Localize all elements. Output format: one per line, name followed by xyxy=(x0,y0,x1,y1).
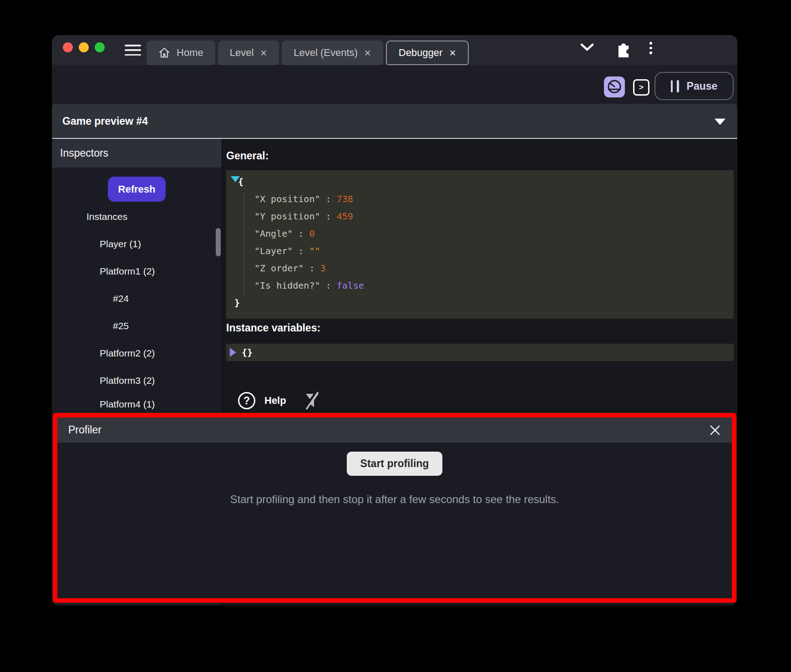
console-button[interactable]: > xyxy=(633,79,649,96)
instance-variables-viewer: {} xyxy=(226,344,734,361)
pause-button[interactable]: Pause xyxy=(654,72,734,100)
extensions-puzzle-icon[interactable] xyxy=(615,40,632,58)
profiler-header: Profiler xyxy=(57,417,732,443)
console-icon: > xyxy=(639,83,644,92)
tab-label: Home xyxy=(177,47,203,59)
tree-item-platform4[interactable]: Platform4 (1) xyxy=(100,399,155,410)
tree-item-platform2[interactable]: Platform2 (2) xyxy=(100,348,155,359)
tree-item-platform1[interactable]: Platform1 (2) xyxy=(100,266,155,277)
sidebar-scrollbar-thumb[interactable] xyxy=(216,228,221,256)
tab-label: Level (Events) xyxy=(294,47,358,59)
help-button-label[interactable]: Help xyxy=(264,395,286,407)
profiler-body: Start profiling Start profiling and then… xyxy=(57,443,732,506)
game-preview-dropdown[interactable]: Game preview #4 xyxy=(52,104,737,138)
tree-guide-line xyxy=(244,193,244,294)
kebab-menu-icon[interactable] xyxy=(649,42,652,54)
tab-label: Level xyxy=(230,47,254,59)
profiler-description: Start profiling and then stop it after a… xyxy=(57,493,732,506)
json-line-z-order: "Z order" : 3 xyxy=(230,260,734,277)
profiler-title: Profiler xyxy=(68,424,709,436)
general-heading: General: xyxy=(226,150,269,162)
json-line-y-position: "Y position" : 459 xyxy=(230,208,734,225)
close-tab-icon[interactable]: ✕ xyxy=(260,49,267,57)
json-line-angle: "Angle" : 0 xyxy=(230,225,734,242)
refresh-button[interactable]: Refresh xyxy=(108,177,166,202)
pause-button-label: Pause xyxy=(687,80,718,92)
maximize-window-button[interactable] xyxy=(95,42,105,52)
pause-icon xyxy=(671,80,679,92)
screen: Home Level ✕ Level (Events) ✕ Debugger ✕ xyxy=(0,0,791,672)
inspectors-header: Inspectors xyxy=(52,139,222,168)
json-line-layer: "Layer" : "" xyxy=(230,242,734,260)
tree-item-platform3[interactable]: Platform3 (2) xyxy=(100,375,155,386)
dropdown-caret-icon xyxy=(715,118,725,125)
filter-off-icon[interactable] xyxy=(303,391,321,411)
expand-arrow-icon[interactable] xyxy=(231,176,240,182)
app-window: Home Level ✕ Level (Events) ✕ Debugger ✕ xyxy=(52,35,737,606)
help-row: ? Help xyxy=(238,391,321,411)
help-icon[interactable]: ? xyxy=(238,392,255,409)
tree-item-instances[interactable]: Instances xyxy=(86,211,127,222)
json-line-x-position: "X position" : 738 xyxy=(230,190,734,208)
tab-debugger[interactable]: Debugger ✕ xyxy=(386,41,469,65)
profiler-panel: Profiler Start profiling Start profiling… xyxy=(53,413,736,603)
tab-bar: Home Level ✕ Level (Events) ✕ Debugger ✕ xyxy=(147,41,469,65)
close-tab-icon[interactable]: ✕ xyxy=(364,49,371,57)
game-preview-title: Game preview #4 xyxy=(62,115,148,127)
close-brace: } xyxy=(234,297,240,308)
tree-item-player[interactable]: Player (1) xyxy=(100,239,141,249)
general-json-viewer: { "X position" : 738 "Y position" : 459 … xyxy=(226,170,734,319)
window-controls xyxy=(63,42,105,52)
chevron-down-icon[interactable] xyxy=(580,43,594,51)
home-icon xyxy=(158,47,170,59)
tab-level[interactable]: Level ✕ xyxy=(218,41,279,65)
tab-level-events[interactable]: Level (Events) ✕ xyxy=(282,41,383,65)
tree-item-instance-24[interactable]: #24 xyxy=(113,293,129,304)
instance-variables-heading: Instance variables: xyxy=(226,322,320,334)
instance-variables-value: {} xyxy=(242,347,253,358)
json-line-is-hidden: "Is hidden?" : false xyxy=(230,277,734,294)
tab-home[interactable]: Home xyxy=(147,41,215,65)
title-bar: Home Level ✕ Level (Events) ✕ Debugger ✕ xyxy=(52,35,737,65)
minimize-window-button[interactable] xyxy=(79,42,89,52)
close-window-button[interactable] xyxy=(63,42,73,52)
main-menu-icon[interactable] xyxy=(125,45,141,56)
tab-label: Debugger xyxy=(399,47,443,59)
start-profiling-button[interactable]: Start profiling xyxy=(347,452,443,476)
close-tab-icon[interactable]: ✕ xyxy=(449,49,456,57)
close-profiler-icon[interactable] xyxy=(709,424,721,436)
tree-item-instance-25[interactable]: #25 xyxy=(113,321,129,331)
collapsed-arrow-icon[interactable] xyxy=(230,348,236,357)
profiler-gauge-button[interactable] xyxy=(604,76,625,97)
